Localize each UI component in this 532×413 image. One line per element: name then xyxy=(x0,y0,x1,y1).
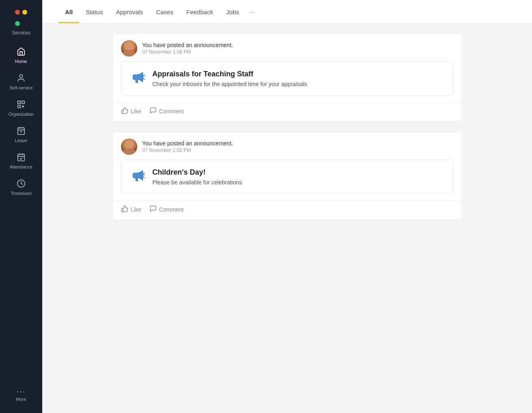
announcement-content: Appraisals for Teaching Staff Check your… xyxy=(152,70,307,87)
timesheet-icon xyxy=(17,179,26,189)
tabs-bar: All Status Approvals Cases Feedback Jobs… xyxy=(42,0,532,24)
sidebar-item-leave[interactable]: Leave xyxy=(0,121,42,148)
tab-approvals[interactable]: Approvals xyxy=(110,0,150,23)
comment-icon xyxy=(149,205,157,214)
announcement-body: Check your inboxes for the appointed tim… xyxy=(152,81,307,87)
tab-status[interactable]: Status xyxy=(79,0,110,23)
main-content: All Status Approvals Cases Feedback Jobs… xyxy=(42,0,532,413)
comment-icon xyxy=(149,107,157,116)
comment-label: Comment xyxy=(159,206,184,213)
like-label: Like xyxy=(131,108,141,115)
sidebar-more-label: More xyxy=(16,397,26,402)
sidebar-item-attendance-label: Attendance xyxy=(10,164,32,169)
comment-button[interactable]: Comment xyxy=(149,205,184,214)
post-actions: Like Comment xyxy=(113,201,461,220)
self-service-icon xyxy=(17,74,26,84)
announcement-box: Children's Day! Please be available for … xyxy=(121,160,453,194)
sidebar-item-attendance[interactable]: Attendance xyxy=(0,148,42,174)
announcement-box: Appraisals for Teaching Staff Check your… xyxy=(121,61,453,96)
post-action-text: You have posted an announcement. xyxy=(142,42,453,48)
home-icon xyxy=(17,47,26,57)
svg-point-0 xyxy=(19,75,22,78)
attendance-icon xyxy=(17,153,26,163)
post-timestamp: 07 November 1:03 PM xyxy=(142,147,453,153)
sidebar-item-leave-label: Leave xyxy=(15,138,27,143)
post-timestamp: 07 November 1:08 PM xyxy=(142,49,453,55)
post-card: You have posted an announcement. 07 Nove… xyxy=(112,33,462,122)
sidebar-item-self-service[interactable]: Self-service xyxy=(0,69,42,95)
logo-dot-red xyxy=(15,10,20,15)
sidebar-item-home-label: Home xyxy=(15,59,27,64)
post-action-text: You have posted an announcement. xyxy=(142,140,453,147)
post-header: You have posted an announcement. 07 Nove… xyxy=(113,34,461,61)
app-name: Services xyxy=(12,30,30,36)
sidebar-item-self-service-label: Self-service xyxy=(9,85,32,90)
svg-point-9 xyxy=(21,131,22,132)
organization-icon xyxy=(17,100,26,110)
avatar xyxy=(121,138,137,155)
sidebar: Services Home Self-service Organization xyxy=(0,0,42,413)
leave-icon xyxy=(17,126,26,136)
logo-dot-green xyxy=(15,21,20,26)
sidebar-item-organization[interactable]: Organization xyxy=(0,95,42,121)
logo-dot-yellow xyxy=(22,10,27,15)
avatar xyxy=(121,40,137,56)
sidebar-item-home[interactable]: Home xyxy=(0,42,42,69)
svg-rect-3 xyxy=(18,105,20,108)
like-button[interactable]: Like xyxy=(121,205,141,214)
svg-rect-1 xyxy=(18,101,20,104)
tab-cases[interactable]: Cases xyxy=(149,0,180,23)
more-icon: ··· xyxy=(17,387,26,395)
announcement-title: Children's Day! xyxy=(152,168,242,177)
announcement-title: Appraisals for Teaching Staff xyxy=(152,70,307,78)
post-meta: You have posted an announcement. 07 Nove… xyxy=(142,140,453,153)
announcement-content: Children's Day! Please be available for … xyxy=(152,168,242,186)
post-card: You have posted an announcement. 07 Nove… xyxy=(112,132,462,220)
post-header: You have posted an announcement. 07 Nove… xyxy=(113,132,461,160)
like-button[interactable]: Like xyxy=(121,107,141,116)
sidebar-item-timesheet-label: Timesheet xyxy=(11,191,32,196)
tab-all[interactable]: All xyxy=(58,0,79,23)
comment-button[interactable]: Comment xyxy=(149,107,184,116)
tab-jobs[interactable]: Jobs xyxy=(220,0,246,23)
like-icon xyxy=(121,205,128,214)
feed: You have posted an announcement. 07 Nove… xyxy=(96,24,478,240)
megaphone-icon xyxy=(131,168,146,183)
svg-rect-10 xyxy=(18,154,25,161)
megaphone-icon xyxy=(131,70,146,84)
post-actions: Like Comment xyxy=(113,102,461,121)
like-icon xyxy=(121,107,128,116)
tab-more[interactable]: ··· xyxy=(246,0,258,23)
announcement-body: Please be available for celebrations xyxy=(152,179,242,186)
sidebar-logo xyxy=(15,6,27,18)
tab-feedback[interactable]: Feedback xyxy=(180,0,220,23)
sidebar-item-org-label: Organization xyxy=(9,112,34,117)
post-meta: You have posted an announcement. 07 Nove… xyxy=(142,42,453,55)
svg-rect-2 xyxy=(22,101,24,104)
like-label: Like xyxy=(131,206,141,213)
comment-label: Comment xyxy=(159,108,184,115)
sidebar-item-more[interactable]: ··· More xyxy=(0,382,42,407)
sidebar-item-timesheet[interactable]: Timesheet xyxy=(0,174,42,201)
